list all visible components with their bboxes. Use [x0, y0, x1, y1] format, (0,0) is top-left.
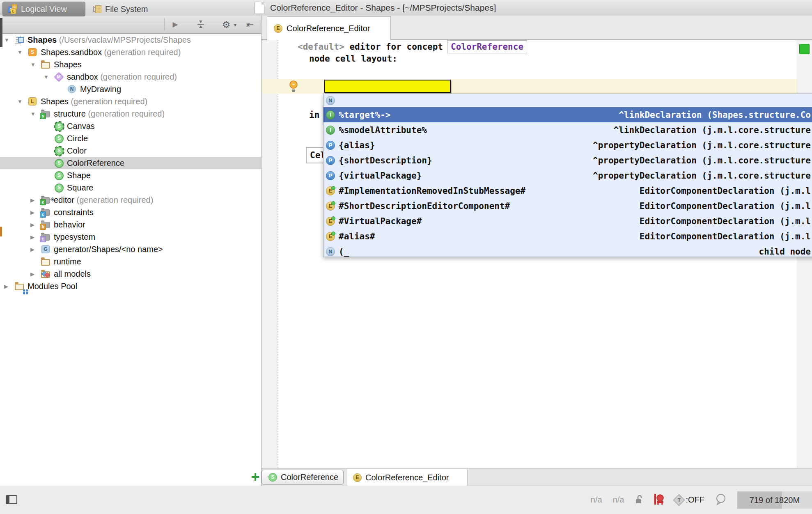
tree-row-suffix: (generation required): [98, 72, 177, 81]
completion-item-label: #ShortDescriptionEditorComponent#: [339, 201, 510, 211]
completion-item[interactable]: l%smodelAttribute%^linkDeclaration (j.m.…: [323, 122, 812, 138]
tree-row-text: editor (generation required): [54, 195, 153, 205]
tree-expand-arrow[interactable]: ▶: [30, 197, 41, 203]
tree-row-text: Shapes (generation required): [41, 97, 147, 106]
tree-row[interactable]: ▶Ggenerator/Shapes/<no name>: [0, 243, 261, 255]
tree-row-label: Color: [67, 146, 87, 155]
tree-expand-arrow[interactable]: ▼: [3, 37, 15, 43]
toolwindow-toggle-icon[interactable]: [6, 495, 17, 504]
tree-row-text: ColorReference: [67, 158, 124, 168]
concept-reference[interactable]: ColorReference: [447, 40, 527, 53]
tab-file-system[interactable]: File System: [87, 2, 163, 16]
migration-off-widget[interactable]: T :OFF: [675, 495, 704, 505]
completion-item[interactable]: P{alias}^propertyDeclaration (j.m.l.core…: [323, 138, 812, 153]
model-typesystem-icon: t: [41, 232, 50, 241]
tree-row-suffix: (generation required): [69, 97, 147, 106]
tree-row-label: Canvas: [67, 122, 95, 131]
tree-row-text: Color: [67, 146, 87, 156]
tree-expand-arrow[interactable]: ▶: [3, 283, 15, 289]
collapse-all-icon[interactable]: [196, 20, 205, 30]
completion-popup: Nl%target%->^linkDeclaration (Shapes.str…: [323, 94, 812, 257]
off-label: :OFF: [686, 495, 704, 505]
tree-row[interactable]: SColorReference: [0, 157, 261, 169]
tree-expand-arrow[interactable]: ▶: [30, 222, 41, 228]
tree-expand-arrow[interactable]: ▶: [30, 209, 41, 216]
tree-row[interactable]: SCanvas: [0, 120, 261, 132]
completion-item[interactable]: E#ShortDescriptionEditorComponent#Editor…: [323, 198, 812, 213]
model-icon: M: [54, 72, 63, 81]
memory-indicator[interactable]: 719 of 1820M: [737, 491, 812, 509]
tree-row[interactable]: SSquare: [0, 181, 261, 194]
link-icon: l: [326, 110, 335, 119]
model-structure-icon: s: [41, 109, 50, 118]
tree-row-label: MyDrawing: [80, 85, 121, 94]
intention-bulb-icon[interactable]: [288, 80, 299, 94]
property-icon: P: [326, 141, 335, 150]
tab-logical-view[interactable]: D S L Logical View: [2, 2, 85, 16]
tree-expand-arrow[interactable]: ▶: [30, 234, 41, 240]
tree-row[interactable]: runtime: [0, 255, 261, 268]
tree-row[interactable]: ▼sstructure (generation required): [0, 108, 261, 120]
tree-row[interactable]: SColor: [0, 145, 261, 157]
tree-row[interactable]: ▶Modules Pool: [0, 280, 261, 292]
editor-component-icon: E: [326, 202, 335, 211]
completion-item[interactable]: l%target%->^linkDeclaration (Shapes.stru…: [323, 107, 812, 122]
tree-expand-arrow[interactable]: ▼: [43, 74, 54, 80]
tree-expand-arrow[interactable]: ▼: [30, 111, 41, 117]
tree-expand-arrow[interactable]: ▶: [30, 246, 41, 252]
hide-toolwindow-icon[interactable]: ⇤: [244, 17, 256, 32]
completion-item-label: {shortDescription}: [339, 156, 432, 165]
add-tab-button[interactable]: +: [248, 469, 263, 485]
expand-node-icon[interactable]: ▶: [170, 18, 181, 31]
tree-row[interactable]: SCircle: [0, 132, 261, 145]
tree-row-text: constraints: [54, 208, 94, 217]
document-icon: [255, 2, 264, 14]
completion-item[interactable]: N(_child node: [323, 244, 812, 257]
tree-row[interactable]: ▼SShapes.sandbox (generation required): [0, 46, 261, 58]
tree-row[interactable]: ▶ttypesystem: [0, 231, 261, 243]
editing-cell[interactable]: [324, 80, 451, 93]
bottom-tab-label: ColorReference: [281, 473, 338, 482]
tree-row[interactable]: SShape: [0, 169, 261, 181]
tree-expand-arrow[interactable]: ▼: [16, 99, 28, 105]
feedback-bubble-icon[interactable]: [715, 493, 727, 507]
completion-item[interactable]: E#alias#EditorComponentDeclaration (j.m.…: [323, 229, 812, 244]
completion-item-label: {alias}: [339, 140, 375, 150]
tree-row-label: constraints: [54, 208, 94, 217]
tree-row[interactable]: ▶all models: [0, 268, 261, 280]
completion-item[interactable]: E#VirtualPackage#EditorComponentDeclarat…: [323, 213, 812, 229]
completion-item-type: ^propertyDeclaration (j.m.l.core.structu…: [593, 171, 811, 181]
tree-expand-arrow[interactable]: ▶: [30, 271, 41, 277]
tree-row[interactable]: NMyDrawing: [0, 83, 261, 95]
tree-row[interactable]: ▼Msandbox (generation required): [0, 71, 261, 83]
tree-row[interactable]: ▶bbehavior: [0, 218, 261, 231]
gear-icon[interactable]: ⚙: [220, 17, 232, 32]
concept-ringed-icon: S: [54, 122, 63, 131]
node-icon: N: [326, 96, 335, 105]
tree-row[interactable]: ▼LShapes (generation required): [0, 95, 261, 108]
file-system-icon: [92, 4, 102, 14]
generator-icon: G: [41, 245, 50, 254]
completion-item[interactable]: P{virtualPackage}^propertyDeclaration (j…: [323, 168, 812, 183]
editor-tab-colorreference-editor[interactable]: E ColorReference_Editor: [267, 16, 391, 40]
hector-inspections-icon[interactable]: [654, 493, 664, 507]
tree-row[interactable]: ▶cconstraints: [0, 206, 261, 218]
completion-item-label: %smodelAttribute%: [339, 125, 427, 135]
gear-dropdown-icon[interactable]: ▾: [232, 18, 238, 32]
window-title: ColorReference_Editor - Shapes - [~/MPSP…: [270, 0, 496, 16]
tab-logical-view-label: Logical View: [21, 5, 67, 14]
bottom-tab-colorreference[interactable]: S ColorReference: [261, 470, 344, 485]
tree-row[interactable]: ▶e✳editor (generation required): [0, 194, 261, 206]
tree-row-label: Shapes.sandbox: [41, 48, 102, 57]
bottom-tab-colorreference-editor[interactable]: E ColorReference_Editor: [346, 469, 468, 486]
tree-row-label: ColorReference: [67, 158, 124, 168]
tree-row-text: Square: [67, 183, 94, 193]
completion-item[interactable]: E#ImplementationRemovedInStubMessage#Edi…: [323, 183, 812, 198]
completion-item[interactable]: P{shortDescription}^propertyDeclaration …: [323, 153, 812, 168]
tree-row[interactable]: ▼Shapes: [0, 58, 261, 71]
lock-icon[interactable]: [635, 494, 643, 506]
completion-item[interactable]: N: [323, 94, 812, 107]
tree-expand-arrow[interactable]: ▼: [16, 49, 28, 55]
tree-row[interactable]: ▼Shapes (/Users/vaclav/MPSProjects/Shape…: [0, 34, 261, 46]
tree-expand-arrow[interactable]: ▼: [30, 62, 41, 68]
